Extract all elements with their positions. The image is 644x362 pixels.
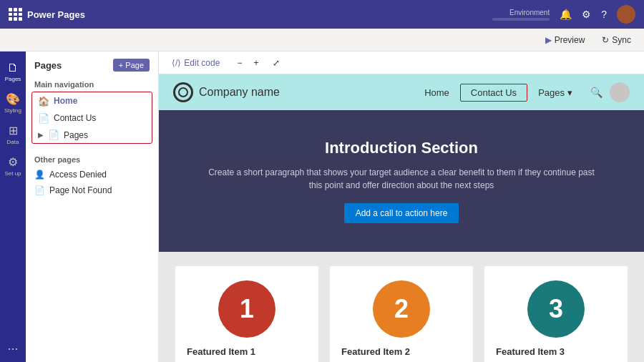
access-denied-icon: 👤 [34, 170, 45, 180]
sync-icon: ↻ [602, 35, 609, 45]
edit-code-icon: ⟨/⟩ [172, 58, 181, 68]
pages-expand-icon[interactable]: ▶ [38, 131, 44, 139]
preview-label: Preview [555, 35, 585, 45]
site-search-icon[interactable]: 🔍 [583, 84, 610, 101]
sidebar-item-styling[interactable]: 🎨 Styling [1, 89, 24, 117]
pages-panel: Pages + Page Main navigation 🏠 Home ··· … [26, 52, 159, 362]
main-navigation-label: Main navigation [26, 76, 158, 92]
second-bar: ▶ Preview ↻ Sync [0, 29, 644, 52]
sidebar-more-icon[interactable]: ··· [7, 341, 18, 356]
site-nav-pages[interactable]: Pages ▾ [527, 84, 583, 102]
sidebar-item-pages[interactable]: 🗋 Pages [1, 57, 24, 86]
website-preview: Company name Home Contact Us Pages ▾ 🔍 I… [159, 74, 644, 362]
site-hero: Introduction Section Create a short para… [159, 110, 644, 252]
pages-icon: 🗋 [7, 62, 19, 74]
sync-label: Sync [612, 35, 631, 45]
feature-card-2: 2 Featured Item 2 Create a short descrip… [330, 266, 473, 362]
page-item-contact-us[interactable]: 📄 Contact Us ··· [32, 109, 152, 127]
sidebar-styling-label: Styling [4, 107, 21, 114]
site-nav-contact-us[interactable]: Contact Us [460, 84, 527, 102]
environment-section: Environment [492, 9, 550, 21]
pages-page-label: Pages [64, 130, 88, 140]
site-features: 1 Featured Item 1 Create a short descrip… [159, 252, 644, 362]
sidebar-setup-label: Set up [4, 170, 21, 177]
setup-icon: ⚙ [8, 155, 18, 169]
feature-number-2: 2 [394, 294, 409, 324]
pages-header: Pages + Page [26, 52, 158, 76]
home-page-label: Home [54, 96, 77, 106]
dropdown-chevron-icon: ▾ [567, 87, 572, 98]
site-navbar: Company name Home Contact Us Pages ▾ 🔍 [159, 74, 644, 110]
page-not-found-icon: 📄 [34, 185, 45, 195]
other-page-access-denied[interactable]: 👤 Access Denied [26, 167, 158, 182]
page-item-pages[interactable]: ▶ 📄 Pages [32, 127, 152, 143]
zoom-controls: − + [233, 57, 263, 69]
sidebar-data-label: Data [7, 139, 19, 145]
canvas-toolbar: ⟨/⟩ Edit code − + ⤢ [159, 52, 644, 74]
site-nav-links: Home Contact Us Pages ▾ 🔍 [414, 82, 630, 102]
hero-title: Introduction Section [173, 139, 630, 157]
edit-code-label: Edit code [184, 58, 220, 68]
site-logo-inner [178, 87, 188, 97]
top-bar-left: Power Pages [9, 8, 492, 21]
feature-card-3: 3 Featured Item 3 Create a short descrip… [484, 266, 628, 362]
top-bar: Power Pages Environment 🔔 ⚙ ? [0, 0, 644, 29]
feature-circle-1: 1 [218, 280, 275, 338]
feature-title-1: Featured Item 1 [187, 346, 307, 357]
access-denied-label: Access Denied [49, 170, 107, 180]
home-page-icon: 🏠 [38, 96, 49, 107]
hero-description: Create a short paragraph that shows your… [201, 166, 602, 192]
pages-page-icon: 📄 [48, 129, 59, 140]
help-icon[interactable]: ? [601, 9, 607, 20]
add-page-button[interactable]: + Page [113, 59, 150, 72]
contact-page-label: Contact Us [54, 113, 96, 123]
site-nav-home[interactable]: Home [414, 84, 460, 102]
user-avatar[interactable] [617, 5, 635, 24]
site-user-avatar [610, 82, 630, 102]
app-title: Power Pages [27, 9, 85, 20]
environment-label: Environment [509, 9, 550, 16]
feature-number-1: 1 [240, 294, 254, 324]
sync-button[interactable]: ↻ Sync [597, 34, 635, 47]
other-pages-label: Other pages [26, 150, 158, 167]
feature-circle-3: 3 [527, 280, 585, 338]
styling-icon: 🎨 [6, 92, 20, 106]
hero-cta-button[interactable]: Add a call to action here [344, 203, 459, 223]
feature-title-3: Featured Item 3 [496, 346, 616, 357]
contact-page-icon: 📄 [38, 113, 49, 124]
environment-bar [492, 18, 550, 21]
other-page-not-found[interactable]: 📄 Page Not Found [26, 182, 158, 198]
page-not-found-label: Page Not Found [49, 185, 112, 195]
zoom-in-button[interactable]: + [249, 57, 263, 69]
feature-title-2: Featured Item 2 [341, 346, 462, 357]
pages-panel-title: Pages [34, 60, 62, 71]
feature-circle-2: 2 [373, 280, 430, 338]
zoom-out-button[interactable]: − [233, 57, 246, 69]
preview-icon: ▶ [545, 35, 552, 45]
bell-icon[interactable]: 🔔 [560, 9, 572, 20]
gear-icon[interactable]: ⚙ [582, 9, 591, 20]
sidebar: 🗋 Pages 🎨 Styling ⊞ Data ⚙ Set up ··· [0, 52, 26, 362]
feature-card-1: 1 Featured Item 1 Create a short descrip… [175, 266, 318, 362]
page-item-home[interactable]: 🏠 Home ··· [32, 92, 152, 109]
data-icon: ⊞ [9, 124, 18, 137]
edit-code-button[interactable]: ⟨/⟩ Edit code [167, 57, 224, 69]
top-bar-right: Environment 🔔 ⚙ ? [492, 5, 635, 24]
site-logo: Company name [173, 82, 280, 102]
preview-button[interactable]: ▶ Preview [541, 34, 590, 47]
canvas-area: ⟨/⟩ Edit code − + ⤢ Company name Home [159, 52, 644, 362]
site-logo-icon [173, 82, 193, 102]
main-area: 🗋 Pages 🎨 Styling ⊞ Data ⚙ Set up ··· Pa… [0, 52, 644, 362]
company-name: Company name [199, 86, 280, 99]
sidebar-pages-label: Pages [5, 76, 21, 82]
main-navigation-box: 🏠 Home ··· 📄 Contact Us ··· ▶ 📄 Pages [31, 92, 152, 144]
sidebar-item-setup[interactable]: ⚙ Set up [1, 152, 24, 180]
app-grid-icon[interactable] [9, 8, 21, 21]
fullscreen-button[interactable]: ⤢ [268, 57, 284, 69]
sidebar-item-data[interactable]: ⊞ Data [1, 120, 24, 149]
feature-number-3: 3 [549, 294, 563, 324]
